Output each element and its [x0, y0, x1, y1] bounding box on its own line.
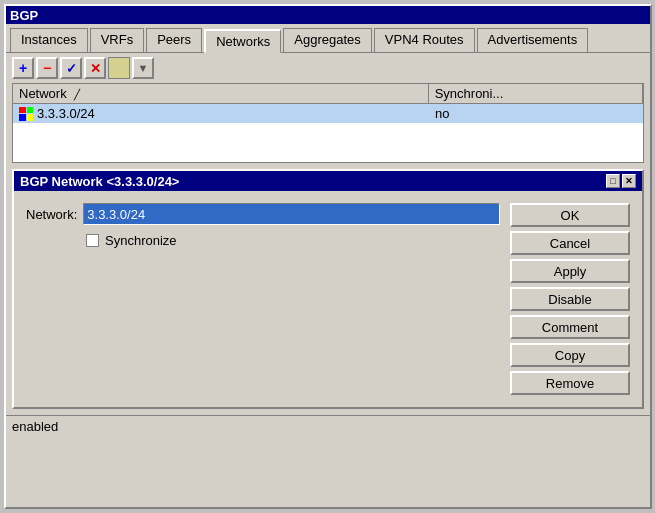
cross-button[interactable]: ✕ — [84, 57, 106, 79]
dialog-minimize-button[interactable]: □ — [606, 174, 620, 188]
tab-aggregates[interactable]: Aggregates — [283, 28, 372, 52]
dialog-left-panel: Network: Synchronize — [26, 203, 500, 395]
check-button[interactable]: ✓ — [60, 57, 82, 79]
network-field-row: Network: — [26, 203, 500, 225]
network-label: Network: — [26, 207, 77, 222]
title-bar: BGP — [6, 6, 650, 24]
disable-button[interactable]: Disable — [510, 287, 630, 311]
dialog-close-button[interactable]: ✕ — [622, 174, 636, 188]
tab-vpn4-routes[interactable]: VPN4 Routes — [374, 28, 475, 52]
network-table: Network ╱ Synchroni... 3.3.3.0/24 no — [12, 83, 644, 163]
cancel-button[interactable]: Cancel — [510, 231, 630, 255]
status-text: enabled — [12, 419, 58, 434]
tab-vrfs[interactable]: VRFs — [90, 28, 145, 52]
col-network: Network ╱ — [13, 84, 429, 103]
network-icon — [19, 107, 33, 121]
synchronize-label: Synchronize — [105, 233, 177, 248]
filter-button[interactable]: ▼ — [132, 57, 154, 79]
synchronize-row: Synchronize — [26, 233, 500, 248]
dialog-title-bar: BGP Network <3.3.3.0/24> □ ✕ — [14, 171, 642, 191]
tab-instances[interactable]: Instances — [10, 28, 88, 52]
status-bar: enabled — [6, 415, 650, 437]
cell-network: 3.3.3.0/24 — [13, 104, 429, 123]
remove-button-toolbar[interactable]: − — [36, 57, 58, 79]
dialog-content: Network: Synchronize OK Cancel Apply Dis… — [14, 191, 642, 407]
toolbar: + − ✓ ✕ ▼ — [6, 53, 650, 83]
table-header: Network ╱ Synchroni... — [13, 84, 643, 104]
cell-synchronize: no — [429, 104, 643, 123]
dialog-title: BGP Network <3.3.3.0/24> — [20, 174, 179, 189]
apply-button[interactable]: Apply — [510, 259, 630, 283]
main-window: BGP Instances VRFs Peers Networks Aggreg… — [4, 4, 652, 509]
ok-button[interactable]: OK — [510, 203, 630, 227]
tab-peers[interactable]: Peers — [146, 28, 202, 52]
table-row[interactable]: 3.3.3.0/24 no — [13, 104, 643, 123]
window-title: BGP — [10, 8, 38, 23]
sort-arrow-icon: ╱ — [74, 89, 80, 100]
network-input[interactable] — [83, 203, 500, 225]
comment-button[interactable]: Comment — [510, 315, 630, 339]
copy-button[interactable]: Copy — [510, 343, 630, 367]
synchronize-checkbox[interactable] — [86, 234, 99, 247]
tabs-container: Instances VRFs Peers Networks Aggregates… — [6, 24, 650, 53]
remove-button[interactable]: Remove — [510, 371, 630, 395]
tab-networks[interactable]: Networks — [204, 29, 281, 53]
add-button[interactable]: + — [12, 57, 34, 79]
col-synchronize: Synchroni... — [429, 84, 643, 103]
tab-advertisements[interactable]: Advertisements — [477, 28, 589, 52]
dialog-title-buttons: □ ✕ — [606, 174, 636, 188]
square-button[interactable] — [108, 57, 130, 79]
dialog-buttons-panel: OK Cancel Apply Disable Comment Copy Rem… — [510, 203, 630, 395]
bgp-network-dialog: BGP Network <3.3.3.0/24> □ ✕ Network: Sy… — [12, 169, 644, 409]
